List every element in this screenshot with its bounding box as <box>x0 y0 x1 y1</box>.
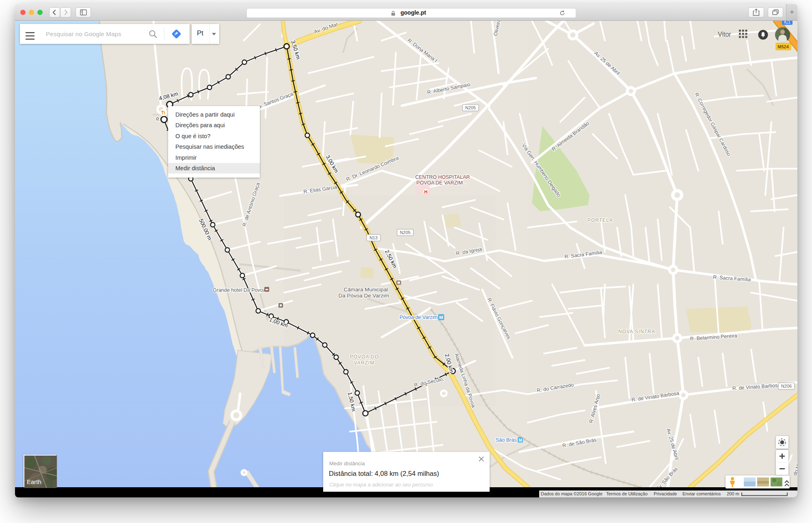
svg-text:IC1: IC1 <box>784 21 790 24</box>
svg-text:Grande hotel Da Povoa: Grande hotel Da Povoa <box>213 287 266 293</box>
svg-text:N13: N13 <box>369 235 378 240</box>
svg-text:M: M <box>439 315 443 320</box>
svg-text:N205: N205 <box>400 230 410 235</box>
svg-text:Da Póvoa De Varzim: Da Póvoa De Varzim <box>338 293 389 299</box>
svg-text:CENTRO HOSPITALAR: CENTRO HOSPITALAR <box>415 174 470 180</box>
svg-text:Póvoa de Varzim: Póvoa de Varzim <box>400 315 438 320</box>
svg-text:VARZIM: VARZIM <box>354 360 374 366</box>
svg-text:Câmara Municipal: Câmara Municipal <box>344 286 388 293</box>
svg-text:N206: N206 <box>781 384 792 388</box>
svg-text:M524: M524 <box>777 44 789 49</box>
svg-text:Earth: Earth <box>27 478 41 485</box>
svg-text:São Brás: São Brás <box>496 437 516 443</box>
svg-text:N205: N205 <box>465 105 476 110</box>
svg-text:M: M <box>518 438 522 443</box>
svg-text:H: H <box>424 189 428 194</box>
svg-text:PÓVOA DE VARZIM...: PÓVOA DE VARZIM... <box>417 180 467 186</box>
svg-text:PORTELA: PORTELA <box>587 217 613 223</box>
svg-text:PÓVOA DO: PÓVOA DO <box>350 354 379 360</box>
svg-text:NOVA SINTRA: NOVA SINTRA <box>618 329 655 334</box>
